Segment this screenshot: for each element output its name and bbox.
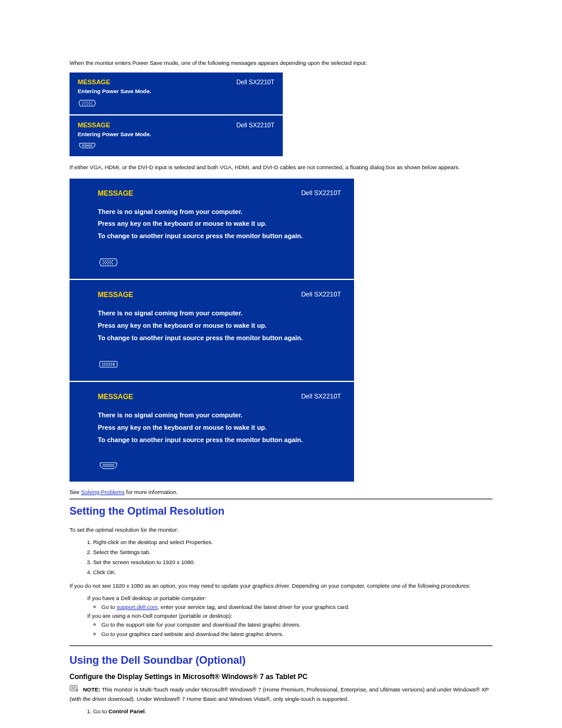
svg-point-41 [109,364,110,365]
dialog-body: Entering Power Save Mode. [78,131,275,137]
see-more-text: See Solving Problems for more informatio… [70,489,492,495]
svg-point-11 [87,104,88,105]
svg-point-19 [110,261,111,262]
step-suffix: . [145,708,147,714]
optimal-resolution-heading: Setting the Optimal Resolution [70,505,492,518]
svg-point-9 [82,104,83,105]
nosig-line2: Press any key on the keyboard or mouse t… [98,220,267,227]
optres-sub-nondell-1: Go to the support site for your computer… [101,620,492,629]
svg-point-1 [84,101,85,103]
sub-prefix: Go to [101,604,117,610]
see-prefix: See [70,489,81,495]
svg-point-28 [110,263,111,265]
vga-connector-icon [78,99,97,107]
step-bold: Control Panel [108,708,145,714]
note-label: NOTE: [83,686,101,692]
hdmi-connector-icon [98,462,119,470]
svg-point-18 [107,261,108,262]
svg-point-17 [105,261,106,262]
svg-point-2 [87,101,88,103]
svg-point-46 [107,365,108,366]
no-signal-dialog-dvi: MESSAGE Dell SX2210T There is no signal … [70,280,354,381]
svg-point-20 [112,261,113,262]
svg-point-25 [103,263,104,265]
nosig-line3: To change to another input source press … [98,334,303,341]
dialog-body: There is no signal coming from your comp… [98,409,341,446]
svg-point-24 [111,262,112,263]
svg-point-44 [104,365,105,366]
intro-text: When the monitor enters Power Save mode,… [70,59,492,67]
touch-subhead: Configure the Display Settings in Micros… [70,673,492,681]
svg-point-22 [106,262,107,263]
solving-problems-link[interactable]: Solving Problems [81,489,125,495]
nosig-line1: There is no signal coming from your comp… [98,411,243,419]
svg-point-33 [105,363,107,364]
svg-point-38 [104,364,105,365]
dialog-body: There is no signal coming from your comp… [98,307,341,344]
svg-point-5 [83,103,84,104]
svg-point-13 [91,104,92,105]
no-signal-dialog-vga: MESSAGE Dell SX2210T There is no signal … [70,179,354,279]
nosig-line2: Press any key on the keyboard or mouse t… [98,322,267,329]
svg-point-16 [103,261,104,262]
svg-point-36 [111,363,112,364]
optres-step-4: Click OK. [93,568,492,577]
optres-step-2: Select the Settings tab. [93,548,492,556]
svg-point-37 [102,364,103,365]
svg-point-3 [89,101,90,103]
optres-step-1: Right-click on the desktop and select Pr… [93,538,492,546]
svg-point-40 [107,364,108,365]
svg-point-31 [102,363,103,364]
dialog-model: Dell SX2210T [236,121,275,129]
svg-point-27 [107,263,108,265]
nosig-line1: There is no signal coming from your comp… [98,309,243,317]
svg-point-35 [109,363,110,364]
dialog-model: Dell SX2210T [301,291,341,298]
section-divider [70,645,492,646]
bullet-text: If you are using a non-Dell computer (po… [87,612,232,619]
svg-point-4 [91,101,92,103]
touch-steps: Go to Control Panel. [93,707,492,716]
nosig-line3: To change to another input source press … [98,436,303,443]
svg-point-32 [104,363,105,364]
svg-point-8 [90,103,91,104]
floating-dialog-intro: If either VGA, HDMI, or the DVI-D input … [70,163,492,171]
dialog-model: Dell SX2210T [301,189,341,196]
svg-point-6 [85,103,87,104]
no-signal-dialog-hdmi: MESSAGE Dell SX2210T There is no signal … [70,382,354,482]
optres-steps: Right-click on the desktop and select Pr… [93,538,492,577]
svg-point-39 [105,364,107,365]
svg-point-48 [111,365,112,366]
touch-step-1: Go to Control Panel. [93,707,492,716]
hdmi-connector-icon [78,142,97,149]
touch-screen-heading: Using the Dell Soundbar (Optional) [70,654,492,667]
svg-point-45 [105,365,107,366]
optres-note: If you do not see 1920 x 1080 as an opti… [70,582,492,590]
note-icon [70,684,79,695]
svg-point-42 [111,364,112,365]
optres-bullet-nondell: If you are using a non-Dell computer (po… [87,611,492,638]
touch-note: NOTE: This monitor is Multi-Touch ready … [70,684,492,704]
nosig-line3: To change to another input source press … [98,232,303,239]
see-suffix: for more information. [124,489,177,495]
dialog-body: Entering Power Save Mode. [78,88,275,94]
sub-suffix: , enter your service tag, and download t… [158,604,350,610]
nosig-line2: Press any key on the keyboard or mouse t… [98,424,267,431]
dialog-body: There is no signal coming from your comp… [98,206,341,243]
svg-point-12 [89,104,90,105]
optres-sub-nondell-2: Go to your graphics card website and dow… [101,630,492,638]
dialog-model: Dell SX2210T [301,393,341,400]
dvi-connector-icon [98,360,119,369]
svg-point-23 [108,262,110,263]
optres-intro: To set the optimal resolution for the mo… [70,526,492,534]
svg-point-21 [104,262,105,263]
optres-bullets: If you have a Dell desktop or portable c… [87,594,492,638]
support-dell-link[interactable]: support.dell.com [117,604,158,610]
svg-point-43 [102,365,103,366]
optres-bullet-dell: If you have a Dell desktop or portable c… [87,594,492,611]
note-body: This monitor is Multi-Touch ready under … [70,686,489,702]
optres-step-3: Set the screen resolution to 1920 x 1080… [93,558,492,566]
dialog-model: Dell SX2210T [236,78,275,85]
power-save-dialog-vga: MESSAGE Dell SX2210T Entering Power Save… [70,73,283,114]
svg-point-0 [82,101,83,103]
